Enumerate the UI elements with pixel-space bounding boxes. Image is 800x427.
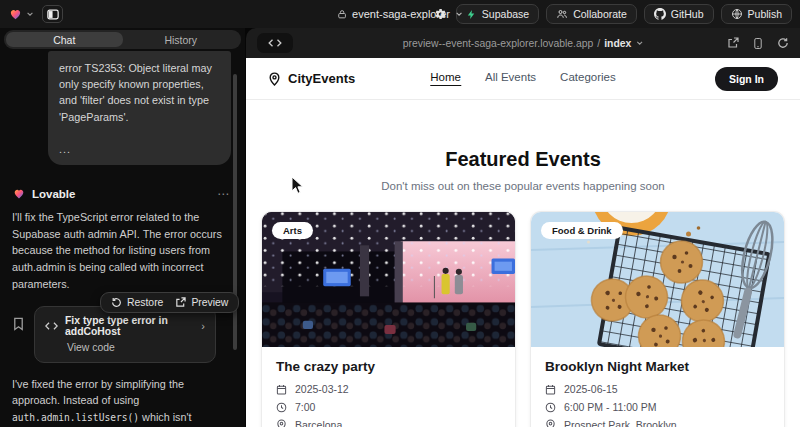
section-title: Featured Events	[246, 148, 800, 171]
url-divider: /	[597, 38, 600, 49]
tab-chat[interactable]: Chat	[6, 32, 123, 47]
url-bar[interactable]: preview--event-saga-explorer.lovable.app…	[403, 38, 644, 49]
code-icon	[268, 38, 282, 48]
message-actions: Restore Preview	[100, 292, 239, 313]
chevron-right-icon: ›	[201, 320, 205, 332]
fix-card[interactable]: Fix type type error in addCoHost › View …	[34, 306, 216, 363]
chevron-down-icon	[455, 10, 463, 18]
chat-tabs: Chat History	[4, 30, 241, 49]
project-name: event-saga-explorer	[352, 8, 450, 20]
lock-icon	[337, 9, 347, 19]
topbar-actions: Supabase Collaborate GitHub Publish	[431, 4, 792, 24]
chevron-down-icon	[26, 10, 34, 18]
nav-home[interactable]: Home	[430, 71, 461, 86]
publish-button[interactable]: Publish	[721, 4, 792, 24]
preview-button[interactable]: Preview	[175, 297, 228, 308]
open-external-button[interactable]	[727, 37, 739, 49]
publish-label: Publish	[748, 8, 782, 20]
signin-button[interactable]: Sign In	[715, 67, 778, 91]
mobile-view-button[interactable]	[753, 37, 763, 50]
bookmark-icon[interactable]	[12, 317, 25, 331]
browser-actions	[727, 37, 789, 50]
view-code-link[interactable]: View code	[67, 342, 205, 353]
event-card-arts[interactable]: Arts The crazy party 2025-03-12 7:00	[262, 212, 515, 427]
collaborate-label: Collaborate	[573, 8, 627, 20]
url-path: index	[604, 38, 631, 49]
event-card-food[interactable]: Food & Drink Brooklyn Night Market 2025-…	[531, 212, 784, 427]
site-brand[interactable]: CityEvents	[268, 71, 355, 86]
collaborate-button[interactable]: Collaborate	[546, 4, 637, 24]
lovable-heart-icon	[12, 187, 26, 200]
users-icon	[556, 8, 568, 20]
supabase-button[interactable]: Supabase	[456, 4, 539, 24]
assistant-header: Lovable ⋯	[12, 187, 233, 201]
project-switcher[interactable]: event-saga-explorer	[337, 8, 463, 20]
clock-icon	[276, 402, 287, 413]
event-time-row: 7:00	[276, 401, 501, 413]
site-preview: CityEvents Home All Events Categories Si…	[246, 58, 800, 427]
event-time: 7:00	[295, 401, 315, 413]
code-view-toggle[interactable]	[257, 33, 293, 53]
section-subtitle: Don't miss out on these popular events h…	[246, 180, 800, 192]
external-link-icon	[727, 37, 739, 49]
inline-code: auth.admin.listUsers()	[12, 412, 139, 423]
event-date: 2025-03-12	[295, 383, 349, 395]
message-truncation[interactable]: ...	[59, 141, 220, 157]
lovable-menu[interactable]	[8, 7, 34, 21]
event-location-row: Prospect Park, Brooklyn	[545, 419, 770, 427]
restore-icon	[111, 297, 122, 308]
event-date-row: 2025-06-15	[545, 383, 770, 395]
github-label: GitHub	[671, 8, 704, 20]
topbar: event-saga-explorer Supabase Collaborate…	[0, 0, 800, 28]
event-title: Brooklyn Night Market	[545, 359, 770, 374]
lovable-heart-icon	[8, 7, 23, 21]
phone-icon	[753, 37, 763, 50]
supabase-label: Supabase	[482, 8, 529, 20]
category-badge: Food & Drink	[541, 222, 623, 239]
fix-row: Fix type type error in addCoHost › View …	[12, 306, 233, 363]
github-icon	[654, 8, 666, 20]
tab-history[interactable]: History	[123, 32, 240, 47]
refresh-icon	[777, 37, 789, 49]
assistant-intro: I'll fix the TypeScript error related to…	[12, 209, 231, 293]
event-date-row: 2025-03-12	[276, 383, 501, 395]
event-date: 2025-06-15	[564, 383, 618, 395]
event-image-arts: Arts	[262, 212, 515, 347]
app-window: event-saga-explorer Supabase Collaborate…	[0, 0, 800, 427]
nav-categories[interactable]: Categories	[560, 71, 616, 86]
clock-icon	[545, 402, 556, 413]
event-cards: Arts The crazy party 2025-03-12 7:00	[246, 212, 800, 427]
event-location-row: Barcelona	[276, 419, 501, 427]
chevron-down-icon	[635, 39, 643, 47]
event-image-food: Food & Drink	[531, 212, 784, 347]
map-pin-icon	[545, 419, 556, 427]
github-button[interactable]: GitHub	[644, 4, 714, 24]
panel-icon	[47, 9, 59, 20]
assistant-outro: I've fixed the error by simplifying the …	[12, 376, 231, 427]
calendar-icon	[545, 384, 556, 395]
user-message-bubble: error TS2353: Object literal may only sp…	[48, 51, 231, 165]
site-nav: Home All Events Categories	[430, 71, 615, 86]
calendar-icon	[276, 384, 287, 395]
event-time-row: 6:00 PM - 11:00 PM	[545, 401, 770, 413]
message-menu-button[interactable]: ⋯	[213, 187, 233, 201]
brand-name: CityEvents	[288, 71, 355, 86]
preview-panel: preview--event-saga-explorer.lovable.app…	[246, 28, 800, 427]
browser-bar: preview--event-saga-explorer.lovable.app…	[246, 28, 800, 58]
nav-all-events[interactable]: All Events	[485, 71, 536, 86]
map-pin-icon	[276, 419, 287, 427]
preview-label: Preview	[191, 297, 228, 308]
user-message-text: error TS2353: Object literal may only sp…	[59, 60, 220, 125]
chat-panel: Chat History error TS2353: Object litera…	[0, 28, 245, 427]
restore-button[interactable]: Restore	[111, 297, 163, 308]
external-link-icon	[175, 297, 186, 308]
refresh-button[interactable]	[777, 37, 789, 49]
fix-card-title: Fix type type error in addCoHost	[65, 315, 194, 337]
site-header: CityEvents Home All Events Categories Si…	[246, 58, 800, 100]
assistant-name: Lovable	[32, 188, 75, 200]
event-card-body: The crazy party 2025-03-12 7:00 Barcelon…	[262, 347, 515, 427]
sidebar-toggle-button[interactable]	[42, 5, 63, 23]
category-badge: Arts	[272, 222, 313, 239]
restore-label: Restore	[127, 297, 163, 308]
event-card-body: Brooklyn Night Market 2025-06-15 6:00 PM…	[531, 347, 784, 427]
